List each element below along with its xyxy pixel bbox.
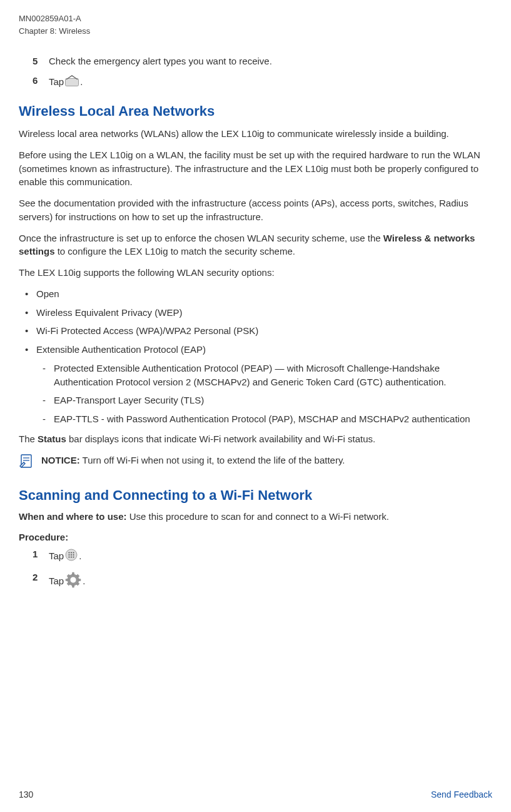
step-6-text: Tap . [49, 75, 83, 88]
wlan-options-list: Open Wireless Equivalent Privacy (WEP) W… [19, 287, 492, 426]
scan-step-1: 1 Tap . [33, 549, 492, 563]
scan-step-2-prefix: Tap [49, 576, 64, 586]
scan-step-2-suffix: . [83, 576, 85, 586]
procedure-label: Procedure: [19, 532, 492, 542]
wlan-para-6: The Status bar displays icons that indic… [19, 432, 492, 446]
page-number: 130 [19, 789, 33, 799]
wlan-para-4: Once the infrastructure is set up to enf… [19, 231, 492, 259]
scan-step-2-number: 2 [33, 572, 49, 582]
wlan-p4-c: to configure the LEX L10ig to match the … [55, 246, 295, 256]
step-6-number: 6 [33, 75, 49, 86]
step-5-text: Check the emergency alert types you want… [49, 56, 272, 66]
wlan-para-5: The LEX L10ig supports the following WLA… [19, 266, 492, 280]
when-use: When and where to use: Use this procedur… [19, 511, 492, 522]
wlan-para-3: See the documentation provided with the … [19, 196, 492, 224]
svg-point-13 [73, 556, 74, 557]
svg-point-6 [71, 552, 72, 553]
list-item: Wireless Equivalent Privacy (WEP) [19, 306, 492, 320]
scan-step-1-number: 1 [33, 549, 49, 559]
step-6-prefix: Tap [49, 76, 64, 87]
list-item-text: Extensible Authentication Protocol (EAP) [36, 344, 206, 355]
send-feedback-link[interactable]: Send Feedback [431, 789, 492, 799]
scan-heading: Scanning and Connecting to a Wi-Fi Netwo… [19, 487, 492, 504]
wlan-para-1: Wireless local area networks (WLANs) all… [19, 127, 492, 141]
step-6-suffix: . [80, 76, 83, 87]
chapter-title: Chapter 8: Wireless [19, 25, 492, 38]
svg-point-9 [71, 554, 72, 555]
list-item: Wi-Fi Protected Access (WPA)/WPA2 Person… [19, 324, 492, 338]
svg-point-10 [73, 554, 74, 555]
svg-rect-17 [78, 579, 81, 581]
apps-icon [65, 549, 78, 563]
wlan-p6-a: The [19, 434, 38, 444]
page-footer: 130 Send Feedback [19, 789, 492, 799]
doc-id: MN002859A01-A [19, 13, 492, 25]
eap-sublist: Protected Extensible Authentication Prot… [36, 362, 492, 426]
when-text: Use this procedure to scan for and conne… [127, 511, 389, 522]
wlan-p6-b: Status [38, 434, 66, 444]
step-5: 5 Check the emergency alert types you wa… [33, 56, 492, 66]
svg-point-5 [69, 552, 70, 553]
svg-rect-15 [73, 585, 74, 587]
when-label: When and where to use: [19, 511, 127, 522]
notice-body: Turn off Wi-Fi when not using it, to ext… [80, 455, 345, 465]
scan-step-2: 2 Tap . [33, 572, 492, 590]
svg-point-8 [69, 554, 70, 555]
list-item: Extensible Authentication Protocol (EAP)… [19, 343, 492, 426]
list-item: EAP-TTLS - with Password Authentication … [36, 412, 492, 426]
wlan-para-2: Before using the LEX L10ig on a WLAN, th… [19, 148, 492, 189]
list-item: EAP-Transport Layer Security (TLS) [36, 393, 492, 407]
wlan-p6-c: bar displays icons that indicate Wi-Fi n… [66, 434, 375, 444]
svg-rect-0 [66, 79, 79, 86]
doc-header: MN002859A01-A Chapter 8: Wireless [19, 13, 492, 37]
notice-label: NOTICE: [41, 455, 80, 465]
scan-step-1-prefix: Tap [49, 551, 64, 561]
notice-icon [19, 454, 35, 472]
list-item: Protected Extensible Authentication Prot… [36, 362, 492, 389]
scan-step-1-suffix: . [79, 551, 81, 561]
step-5-number: 5 [33, 56, 49, 66]
svg-point-11 [69, 556, 70, 557]
svg-rect-14 [73, 572, 74, 575]
list-item: Open [19, 287, 492, 301]
scan-step-1-text: Tap . [49, 549, 81, 563]
notice-block: NOTICE: Turn off Wi-Fi when not using it… [19, 454, 492, 472]
home-icon [65, 75, 79, 88]
svg-point-12 [71, 556, 72, 557]
settings-icon [65, 572, 81, 590]
svg-rect-16 [66, 579, 68, 581]
svg-point-7 [73, 552, 74, 553]
wlan-p4-a: Once the infrastructure is set up to enf… [19, 233, 383, 243]
step-6: 6 Tap . [33, 75, 492, 88]
wlan-heading: Wireless Local Area Networks [19, 103, 492, 119]
notice-text: NOTICE: Turn off Wi-Fi when not using it… [41, 454, 345, 467]
scan-step-2-text: Tap . [49, 572, 85, 590]
